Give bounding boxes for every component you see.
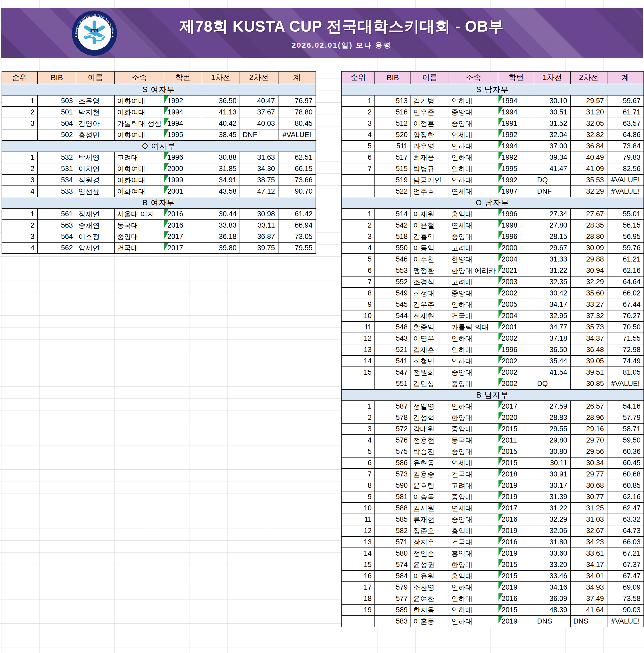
cell-total: 72.98 [607, 344, 644, 356]
year-value: 2017 [501, 402, 517, 410]
cell-total: 60.68 [607, 468, 644, 480]
cell-name: 김용승 [411, 468, 449, 480]
cell-run1: 31.22 [534, 265, 570, 276]
cell-run1: DQ [534, 174, 570, 186]
year-value: 2001 [168, 187, 183, 195]
cell-name: 홍성민 [76, 129, 115, 141]
cell-name: 전용현 [411, 435, 449, 446]
cell-bib: 546 [375, 253, 411, 265]
cell-bib: 578 [375, 412, 411, 423]
cell-run2: 28.80 [570, 231, 607, 242]
cell-name: 김시원 [411, 503, 449, 514]
cell-name: 남궁기인 [411, 174, 449, 186]
cell-run1: 37.18 [534, 333, 570, 344]
result-row: 3572강대원중앙대201529.5529.1658.71 [341, 423, 644, 435]
cell-run2: 27.67 [570, 208, 607, 220]
cell-bib: 531 [38, 163, 76, 174]
result-row: 4520양정한연세대199232.0432.8264.86 [341, 129, 644, 141]
cell-total: 82.56 [607, 163, 644, 174]
cell-name: 김성혁 [411, 412, 449, 423]
cell-team: 동국대 [115, 220, 164, 231]
cell-total: 73.58 [607, 593, 644, 604]
cell-team: 가톨릭대 성심 [115, 118, 164, 129]
cell-name: 최정태 [411, 288, 449, 299]
cell-name: 조윤영 [76, 95, 115, 106]
result-row: 4533임선윤이화여대200143.5847.1290.70 [2, 186, 316, 197]
result-row: 551김민상중앙대2002DQ30.85#VALUE! [341, 378, 644, 389]
column-header: BIB [375, 71, 411, 84]
year-value: 1994 [501, 108, 517, 116]
column-header: 계 [278, 71, 316, 84]
cell-team: 이화여대 [115, 106, 164, 118]
cell-team: 이화여대 [115, 129, 164, 141]
result-row: 7573김용승건국대201830.9129.7760.68 [341, 468, 644, 480]
year-value: 1992 [501, 131, 517, 139]
cell-total: 62.16 [607, 265, 644, 276]
cell-run2: 35.60 [570, 288, 607, 299]
year-value: 2016 [501, 515, 517, 523]
cell-rank: 16 [341, 571, 375, 582]
cell-team: 고려대 [115, 152, 164, 163]
cell-team: 이화여대 [115, 95, 164, 106]
cell-team: 인하대 [449, 333, 498, 344]
year-value: 2001 [501, 323, 517, 331]
cell-bib: 516 [375, 106, 411, 118]
year-value: 1987 [501, 187, 517, 195]
cell-run1: 30.51 [534, 106, 570, 118]
year-value: 1994 [501, 142, 517, 150]
cell-team: 이화여대 [115, 163, 164, 174]
cell-run2: 47.12 [240, 186, 278, 197]
result-row: 2578김성혁한양대202028.8328.9657.79 [341, 412, 644, 423]
cell-total: 66.03 [607, 536, 644, 548]
cell-team: 인하대 [449, 141, 498, 152]
result-row: 3564이소정중앙대201736.1836.8773.05 [2, 231, 316, 242]
year-value: 1994 [168, 119, 183, 127]
cell-total: 55.01 [607, 208, 644, 220]
cell-run2: 37.32 [570, 310, 607, 321]
cell-name: 정재연 [76, 208, 115, 220]
cell-name: 조경식 [411, 276, 449, 288]
cell-team: 중앙대 [449, 514, 498, 525]
cell-name: 박세영 [76, 152, 115, 163]
cell-year: 1992 [498, 129, 534, 141]
cell-year: 2019 [498, 582, 534, 593]
cell-year: 2015 [498, 423, 534, 435]
year-value: 1994 [501, 97, 517, 105]
cell-run1: 31.22 [534, 503, 570, 514]
cell-rank: 8 [341, 480, 375, 491]
year-value: 2000 [168, 165, 183, 173]
event-subtitle: 2026.02.01(일) 모나 용평 [292, 41, 392, 50]
cell-name: 임선윤 [76, 186, 115, 197]
result-row: 3534심원경이화여대199934.9138.7573.66 [2, 174, 316, 186]
cell-team: 연세대 [449, 457, 498, 468]
cell-name: 전원희 [411, 367, 449, 378]
cell-year: 2016 [164, 208, 202, 220]
cell-run1: 29.67 [534, 242, 570, 253]
cell-year: 2016 [498, 514, 534, 525]
cell-run2: 36.48 [570, 344, 607, 356]
result-row: 2516민우준중앙대199430.5131.2061.71 [341, 106, 644, 118]
cell-team: 인하대 [449, 95, 498, 106]
cell-name: 황종익 [411, 321, 449, 333]
cell-run2: 33.27 [570, 299, 607, 310]
cell-rank: 6 [341, 457, 375, 468]
cell-total: #VALUE! [607, 378, 644, 389]
cell-year: 2000 [164, 163, 202, 174]
section-header: O 남자부 [341, 197, 644, 208]
year-value: 2016 [168, 210, 183, 218]
cell-year: 2002 [498, 356, 534, 367]
cell-team: 인하대 [449, 152, 498, 163]
year-value: 2019 [501, 481, 517, 489]
cell-run2: 41.64 [570, 604, 607, 615]
cell-name: 이윤철 [411, 220, 449, 231]
cell-year: 2016 [498, 536, 534, 548]
cell-bib: 550 [375, 242, 411, 253]
year-value: 2019 [501, 493, 517, 501]
cell-rank: 7 [341, 163, 375, 174]
cell-year: 1994 [498, 106, 534, 118]
cell-run1: 36.50 [534, 344, 570, 356]
cell-bib: 548 [375, 321, 411, 333]
cell-total: 63.57 [607, 118, 644, 129]
cell-run2: 39.05 [570, 356, 607, 367]
cell-bib: 502 [38, 129, 76, 141]
